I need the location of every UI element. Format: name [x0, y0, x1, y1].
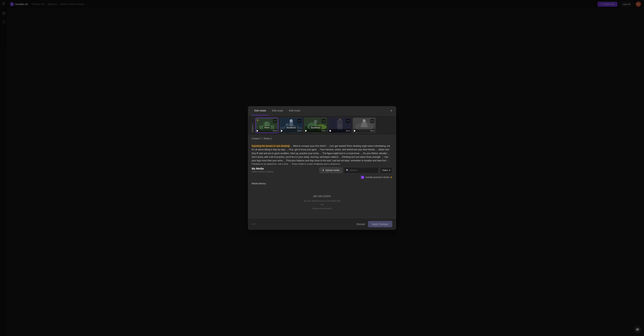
clip-more-button[interactable]: ⋯	[273, 119, 277, 123]
clip-overlay: ♛ ⋯	[256, 119, 277, 123]
apply-changes-button[interactable]: Apply Changes	[368, 221, 392, 227]
no-uploads-area: NO UPLOADS You can upload assets to be v…	[248, 187, 396, 218]
filmstrip: Chapter 1 ♛ ⋯ iStock	[248, 115, 396, 135]
svg-rect-30	[338, 126, 341, 126]
clip-duration: 00:03	[370, 130, 374, 132]
clip-overlay: ⋯	[281, 119, 302, 123]
play-icon	[281, 130, 283, 132]
media-library-section: Media library	[248, 180, 396, 187]
tab-edit-script[interactable]: Edit script	[269, 106, 286, 115]
modal-overlay: Edit media Edit script Edit music × Chap…	[0, 0, 644, 336]
clip-overlay: ⋯	[305, 119, 326, 123]
script-text: Exposing the secrets in rock climbing! .…	[252, 144, 392, 165]
clip-play-bar: 00:04	[280, 129, 302, 133]
clip-duration: 00:05	[322, 130, 326, 132]
clip-overlay: ⋯	[354, 119, 374, 123]
clip-more-button[interactable]: ⋯	[322, 119, 326, 123]
clip-duration: 00:04	[297, 130, 302, 132]
clip-duration: 00:03	[273, 130, 277, 132]
chapter-label: Chapter 1	[251, 118, 254, 133]
edit-media-modal: Edit media Edit script Edit music × Chap…	[248, 106, 396, 230]
play-icon	[256, 130, 259, 132]
search-icon: 🔍	[346, 169, 349, 171]
clip-source-label: Storyblocks	[285, 126, 297, 129]
clip-source-label: iStock	[263, 126, 270, 129]
my-media-subtitle: Select media to replace	[252, 170, 274, 173]
media-controls: ⬆ Upload media 🔍 Video ▾	[319, 167, 392, 173]
video-type-dropdown[interactable]: Video ▾	[380, 167, 392, 173]
clip-item[interactable]: ⋯ Storyblocks 00:05	[304, 118, 327, 133]
no-uploads-subtitle: You can upload assets to be visible here…	[303, 199, 341, 210]
clip-play-bar: 00:05	[304, 129, 326, 133]
discard-button[interactable]: Discard	[354, 221, 368, 227]
clip-source-label: Storyblocks	[310, 126, 322, 129]
svg-rect-29	[338, 124, 342, 125]
chevron-down-icon: ▾	[389, 169, 390, 171]
script-highlight: Exposing the secrets in rock climbing!	[252, 145, 290, 147]
clip-item[interactable]: ♛ ⋯ iStock 00:03	[256, 118, 278, 133]
clip-play-bar: 00:03	[256, 129, 278, 133]
premium-row: ✓ Include premium stocks ♛	[248, 175, 396, 180]
tab-edit-media[interactable]: Edit media	[252, 106, 268, 115]
search-input[interactable]	[350, 169, 376, 171]
my-media-title: My Media	[252, 167, 274, 170]
clip-item[interactable]: ⋯ 00:02	[328, 118, 351, 133]
include-premium-label: Include premium stocks ♛	[366, 176, 392, 179]
clip-overlay: ⋯	[330, 119, 350, 123]
play-icon	[305, 130, 308, 132]
upload-media-button[interactable]: ⬆ Upload media	[319, 168, 342, 173]
modal-inner-breadcrumb: Chapter 1 › Media 1	[248, 135, 396, 142]
script-section: Exposing the secrets in rock climbing! .…	[248, 142, 396, 165]
upload-icon: ⬆	[322, 169, 324, 171]
svg-rect-31	[338, 127, 341, 128]
clip-play-bar: 00:03	[353, 129, 375, 133]
script-body: ... Want to conquer your first climb? ..…	[252, 145, 390, 165]
modal-tabs: Edit media Edit script Edit music ×	[248, 106, 396, 115]
clip-more-button[interactable]: ⋯	[297, 119, 302, 123]
play-icon	[330, 130, 332, 132]
premium-crown-icon: ♛	[256, 119, 259, 122]
search-box: 🔍	[344, 167, 379, 173]
include-premium-checkbox[interactable]: ✓	[361, 176, 364, 179]
clip-more-button[interactable]: ⋯	[346, 119, 350, 123]
clip-more-button[interactable]: ⋯	[370, 119, 374, 123]
my-media-section: My Media Select media to replace ⬆ Uploa…	[248, 165, 396, 175]
clip-item[interactable]: ⋯ 00:03	[353, 118, 376, 133]
clip-item[interactable]: ⋯ Storyblocks 00:04	[280, 118, 302, 133]
modal-close-button[interactable]: ×	[390, 108, 393, 113]
modal-footer: v2.0 Discard Apply Changes	[248, 218, 396, 230]
play-icon	[354, 130, 356, 132]
clip-duration: 00:02	[346, 130, 350, 132]
clip-play-bar: 00:02	[329, 129, 351, 133]
tab-edit-music[interactable]: Edit music	[286, 106, 303, 115]
no-uploads-title: NO UPLOADS	[313, 195, 331, 198]
version-label: v2.0	[252, 223, 256, 225]
media-library-title: Media library	[252, 182, 392, 185]
my-media-left: My Media Select media to replace	[252, 167, 274, 173]
premium-crown-icon: ♛	[390, 176, 392, 179]
